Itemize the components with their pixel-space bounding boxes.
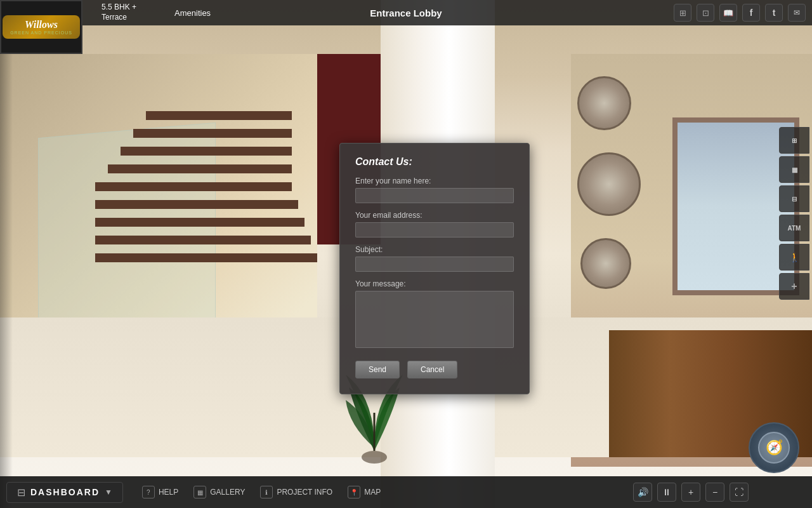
logo: Willows GREEN AND PRECIOUS — [3, 15, 80, 39]
volume-btn[interactable]: 🔊 — [633, 483, 652, 502]
help-icon: ? — [142, 486, 155, 498]
email-label: Your email address: — [355, 211, 514, 220]
camera-btn[interactable]: ▦ — [779, 156, 809, 183]
project-info-label: PROJECT INFO — [277, 488, 332, 497]
bottom-nav-items: ? HELP ▦ GALLERY ℹ PROJECT INFO 📍 MAP — [136, 483, 387, 501]
message-textarea[interactable] — [355, 291, 514, 348]
fullscreen-btn[interactable]: ⛶ — [730, 483, 749, 502]
twitter-icon[interactable]: t — [765, 4, 783, 22]
nav-unit[interactable]: 5.5 BHK + Terrace — [89, 3, 149, 22]
mail-icon[interactable]: ✉ — [788, 4, 806, 22]
top-right-icons: ⊞ ⊡ 📖 f t ✉ — [674, 4, 806, 22]
logo-text: Willows — [10, 19, 72, 30]
cancel-button[interactable]: Cancel — [407, 361, 457, 378]
contact-modal: Contact Us: Enter your name here: Your e… — [339, 143, 530, 394]
dashboard-arrow-icon: ▼ — [105, 488, 112, 497]
floor-plan-icon[interactable]: ⊞ — [674, 4, 691, 22]
gallery-label: GALLERY — [210, 488, 245, 497]
message-label: Your message: — [355, 279, 514, 288]
deco-circle-3 — [580, 238, 631, 289]
help-label: HELP — [159, 488, 178, 497]
map-icon: 📍 — [348, 486, 360, 498]
email-input[interactable] — [355, 222, 514, 237]
form-buttons: Send Cancel — [355, 361, 514, 378]
view-icon[interactable]: ⊡ — [697, 4, 714, 22]
compass-outer: 🧭 — [749, 422, 799, 473]
map-label: MAP — [364, 488, 381, 497]
view-title: Entrance Lobby — [370, 8, 442, 18]
project-info-icon: ℹ — [260, 486, 273, 498]
top-navigation-bar: Willows GREEN AND PRECIOUS 5.5 BHK + Ter… — [0, 0, 812, 25]
dashboard-button[interactable]: ⊟ DASHBOARD ▼ — [6, 482, 123, 503]
gallery-nav-item[interactable]: ▦ GALLERY — [187, 483, 251, 501]
right-toolbar: ⊞ ▦ ⊟ ATM 🚶 + — [779, 127, 812, 300]
dashboard-icon: ⊟ — [17, 486, 25, 498]
deco-circle-2 — [577, 152, 641, 216]
walk-btn[interactable]: 🚶 — [779, 244, 809, 271]
bottom-bar: ⊟ DASHBOARD ▼ ? HELP ▦ GALLERY ℹ PROJECT… — [0, 476, 812, 508]
panorama-btn[interactable]: ⊞ — [779, 127, 809, 154]
zoom-out-btn[interactable]: − — [705, 483, 724, 502]
screen-btn[interactable]: ⊟ — [779, 185, 809, 212]
map-nav-item[interactable]: 📍 MAP — [341, 483, 387, 501]
project-info-nav-item[interactable]: ℹ PROJECT INFO — [254, 483, 339, 501]
bottom-right-controls: 🔊 ⏸ + − ⛶ — [633, 483, 749, 502]
logo-area: Willows GREEN AND PRECIOUS — [0, 0, 82, 54]
subject-input[interactable] — [355, 257, 514, 272]
facebook-icon[interactable]: f — [742, 4, 760, 22]
pause-btn[interactable]: ⏸ — [657, 483, 676, 502]
left-edge — [0, 0, 13, 508]
svg-point-0 — [362, 451, 387, 464]
name-input[interactable] — [355, 188, 514, 203]
help-nav-item[interactable]: ? HELP — [136, 483, 185, 501]
compass-inner: 🧭 — [758, 432, 790, 464]
gallery-icon: ▦ — [193, 486, 206, 498]
compass-icon: 🧭 — [766, 439, 783, 456]
atm-btn[interactable]: ATM — [779, 215, 809, 241]
plus-amenity-btn[interactable]: + — [779, 273, 809, 300]
name-label: Enter your name here: — [355, 177, 514, 185]
subject-label: Subject: — [355, 245, 514, 254]
nav-amenities[interactable]: Amenities — [162, 8, 223, 18]
book-icon[interactable]: 📖 — [719, 4, 737, 22]
dashboard-label: DASHBOARD — [30, 487, 100, 497]
logo-subtext: GREEN AND PRECIOUS — [10, 30, 72, 35]
compass[interactable]: 🧭 — [749, 422, 799, 473]
modal-title: Contact Us: — [355, 156, 514, 168]
zoom-in-btn[interactable]: + — [681, 483, 700, 502]
deco-circle-1 — [577, 76, 631, 130]
send-button[interactable]: Send — [355, 361, 400, 378]
